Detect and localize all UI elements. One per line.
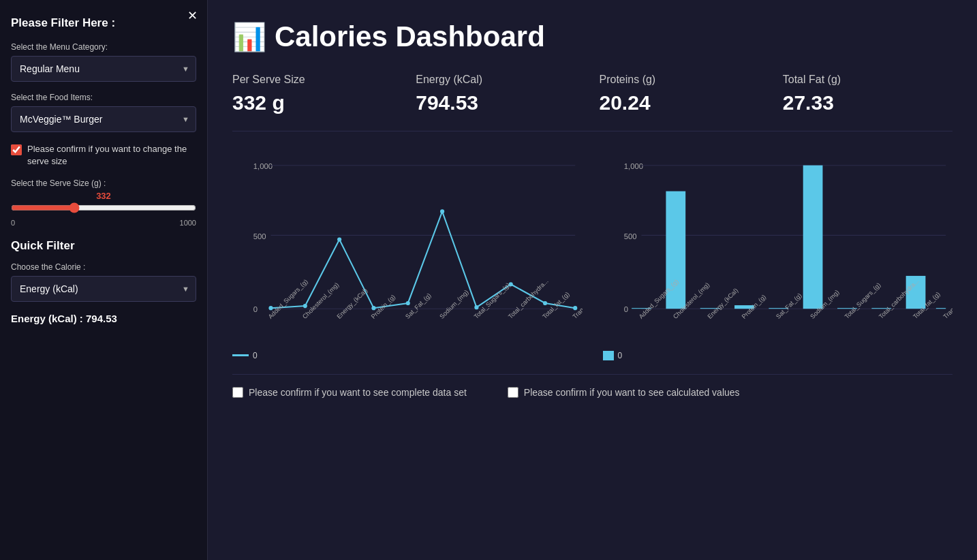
metric-proteins: Proteins (g) 20.24 [600,74,769,114]
svg-text:Sat_Fat_(g): Sat_Fat_(g) [775,292,803,320]
bar-legend-value: 0 [618,351,623,360]
energy-result: Energy (kCal) : 794.53 [11,313,196,324]
svg-text:Total_Sugars_(g): Total_Sugars_(g) [473,281,512,320]
calorie-select[interactable]: Energy (kCal) Proteins (g) Total Fat (g)… [11,276,196,302]
menu-category-label: Select the Menu Category: [11,42,196,52]
svg-text:Trans_fat_(g): Trans_fat_(g) [942,289,952,320]
svg-text:1,000: 1,000 [253,162,273,170]
slider-min: 0 [11,219,15,227]
complete-data-checkbox[interactable] [232,387,243,398]
svg-text:0: 0 [623,305,627,313]
complete-data-row: Please confirm if you want to see comple… [232,387,467,398]
serve-size-slider[interactable] [11,202,196,213]
svg-text:0: 0 [253,305,258,313]
metric-energy: Energy (kCal) 794.53 [416,74,585,114]
calorie-wrapper: Energy (kCal) Proteins (g) Total Fat (g)… [11,276,196,302]
dashboard-header: 📊 Calories Dashboard [232,20,952,53]
sidebar: ✕ Please Filter Here : Select the Menu C… [0,0,208,560]
metric-fat: Total Fat (g) 27.33 [783,74,952,114]
svg-text:500: 500 [253,232,266,240]
food-items-label: Select the Food Items: [11,93,196,102]
calculated-values-checkbox[interactable] [508,387,518,398]
metric-serve-size: Per Serve Size 332 g [232,74,402,114]
bottom-divider [232,374,952,375]
confirm-serve-row: Please confirm if you want to change the… [11,143,196,168]
svg-text:Sodium_(mg): Sodium_(mg) [438,289,469,320]
menu-category-wrapper: Regular Menu Extra Value Meals McCafe Be… [11,56,196,82]
confirm-serve-label: Please confirm if you want to change the… [27,143,196,168]
food-items-wrapper: McVeggie™ Burger McAloo Tikki Chicken Mc… [11,106,196,132]
svg-point-14 [543,301,547,305]
slider-minmax: 0 1000 [11,219,196,227]
metric-fat-value: 27.33 [783,91,952,114]
bar-chart-container: 1,000 500 0 [603,148,953,360]
svg-point-7 [303,304,307,308]
serve-size-section-label: Select the Serve Size (g) : [11,178,196,188]
svg-text:Energy_(kCal): Energy_(kCal) [706,287,739,320]
legend-line-icon [232,354,249,356]
dashboard-icon: 📊 [232,21,266,53]
legend-box-icon [603,351,614,360]
line-chart-legend: 0 [232,351,583,360]
bottom-checkboxes: Please confirm if you want to see comple… [232,387,952,398]
svg-rect-41 [935,308,945,309]
dashboard-title: Calories Dashboard [275,20,545,53]
metric-serve-label: Per Serve Size [232,74,402,86]
charts-row: 1,000 500 0 [232,148,952,360]
metric-energy-label: Energy (kCal) [416,74,585,86]
main-content: 📊 Calories Dashboard Per Serve Size 332 … [208,0,977,560]
svg-text:500: 500 [623,232,636,240]
menu-category-select[interactable]: Regular Menu Extra Value Meals McCafe Be… [11,56,196,82]
metric-fat-label: Total Fat (g) [783,74,952,86]
calorie-label: Choose the Calorie : [11,262,196,272]
serve-size-value: 332 [11,191,196,201]
metrics-row: Per Serve Size 332 g Energy (kCal) 794.5… [232,74,952,131]
svg-text:Total_Sugars_(g): Total_Sugars_(g) [843,281,882,320]
line-chart: 1,000 500 0 [232,148,583,344]
svg-text:Trans_fat_(g): Trans_fat_(g) [572,289,583,320]
bar-chart-legend: 0 [603,351,953,360]
calculated-values-row: Please confirm if you want to see calcul… [508,387,740,398]
svg-rect-37 [803,166,822,309]
svg-text:Total_fat_(g): Total_fat_(g) [541,291,570,320]
confirm-serve-checkbox[interactable] [11,144,22,155]
svg-text:1,000: 1,000 [623,162,642,170]
slider-max: 1000 [180,219,196,227]
metric-proteins-value: 20.24 [600,91,769,114]
slider-container [11,202,196,216]
close-button[interactable]: ✕ [187,8,198,23]
metric-energy-value: 794.53 [416,91,585,114]
metric-proteins-label: Proteins (g) [600,74,769,86]
quick-filter-heading: Quick Filter [11,239,196,253]
food-items-select[interactable]: McVeggie™ Burger McAloo Tikki Chicken Mc… [11,106,196,132]
svg-point-11 [440,209,444,213]
svg-text:Energy_(kCal): Energy_(kCal) [335,287,369,320]
calculated-values-label: Please confirm if you want to see calcul… [524,387,740,398]
svg-point-10 [406,301,410,305]
svg-text:Sat_Fat_(g): Sat_Fat_(g) [404,292,433,320]
bar-chart: 1,000 500 0 [603,148,953,344]
svg-point-8 [337,237,341,241]
line-legend-value: 0 [253,351,258,360]
svg-point-12 [474,305,478,309]
filter-heading: Please Filter Here : [11,16,196,30]
metric-serve-value: 332 g [232,91,402,114]
line-chart-container: 1,000 500 0 [232,148,583,360]
complete-data-label: Please confirm if you want to see comple… [249,387,467,398]
